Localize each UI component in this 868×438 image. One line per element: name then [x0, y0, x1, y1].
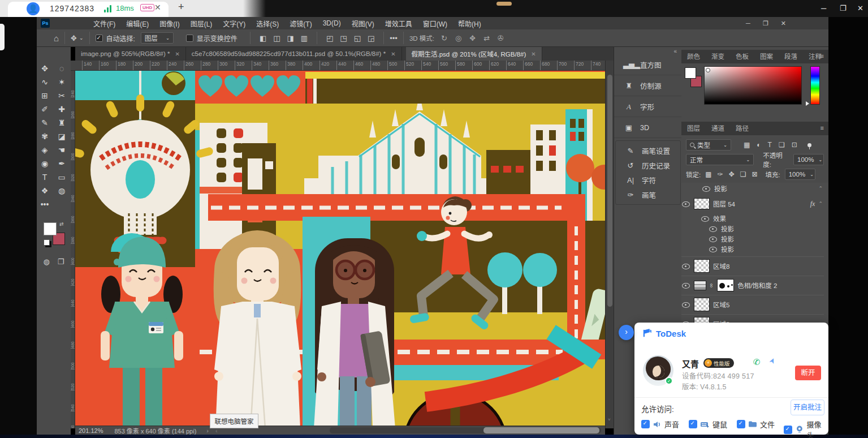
shape-tool[interactable]: ▭ — [54, 170, 70, 184]
align-icon[interactable]: ▥ — [301, 34, 308, 42]
panel-button-3d[interactable]: ▣ 3D — [614, 118, 682, 138]
tab-close-icon[interactable]: ✕ — [391, 51, 395, 57]
home-icon[interactable]: ⌂ — [54, 33, 59, 43]
3d-mode-icon[interactable]: ↻ — [441, 34, 447, 42]
panel-menu-icon[interactable]: ≡ — [821, 53, 824, 59]
menu-item[interactable]: 增效工具 — [385, 19, 412, 28]
brush-tool[interactable]: ✎ — [37, 116, 53, 130]
menu-item[interactable]: 图层(L) — [191, 19, 213, 28]
3d-mode-icon[interactable]: ✥ — [469, 34, 476, 42]
visibility-eye-icon[interactable] — [681, 300, 690, 308]
slice-tool[interactable]: ✂ — [54, 89, 70, 102]
todesk-collapse-tab[interactable]: › — [619, 325, 634, 340]
files-checkbox[interactable] — [737, 420, 745, 428]
align-icon[interactable]: ◧ — [260, 34, 266, 42]
panel-tab[interactable]: 渐变 — [706, 49, 730, 63]
layer-row[interactable]: 区域8 — [681, 257, 828, 274]
layer-row[interactable]: 图层 54 fx ⌃ — [681, 196, 828, 211]
layer-fx-badge[interactable]: fx — [810, 200, 815, 208]
canvas-artwork[interactable] — [75, 71, 605, 428]
visibility-eye-icon[interactable] — [709, 225, 718, 233]
document-tab[interactable]: c5e7c806589d59ad988225cd977d13b011.psd @… — [186, 47, 402, 61]
hue-slider[interactable] — [810, 66, 820, 105]
panel-tab[interactable]: 图案 — [754, 49, 779, 63]
gradient-tool[interactable]: ◈ — [37, 143, 53, 157]
menu-item[interactable]: 滤镜(T) — [290, 19, 312, 28]
chevron-down-icon[interactable]: ⌄ — [79, 35, 84, 41]
distribute-icon[interactable]: ◰ — [326, 34, 333, 42]
menu-item[interactable]: 选择(S) — [256, 19, 279, 28]
3d-mode-icon[interactable]: ◎ — [455, 34, 461, 42]
lock-icon[interactable]: ▩ — [705, 170, 711, 178]
eyedropper-tool[interactable]: ✐ — [37, 102, 53, 116]
menu-item[interactable]: 帮助(H) — [458, 19, 481, 28]
visibility-eye-icon[interactable] — [701, 214, 710, 222]
client-minimize-button[interactable]: ─ — [821, 4, 826, 12]
layer-thumbnail[interactable] — [694, 259, 710, 273]
3d-mode-icon[interactable]: ✇ — [498, 34, 504, 42]
layer-effects-header[interactable]: 效果 — [681, 213, 828, 224]
panel-tab[interactable]: 段落 — [779, 49, 803, 63]
menu-item[interactable]: 图像(I) — [159, 19, 179, 28]
horizontal-scrollbar[interactable] — [330, 427, 601, 433]
fill-value[interactable]: 100%⌄ — [785, 169, 815, 180]
menu-item[interactable]: 编辑(E) — [126, 19, 149, 28]
voice-call-icon[interactable]: ✆ — [753, 357, 761, 367]
panel-button-histogram[interactable]: ▃▅▂ 直方图 — [614, 55, 682, 75]
lock-icon[interactable]: ✥ — [729, 170, 735, 178]
drag-handle[interactable] — [496, 2, 512, 6]
permission-audio[interactable]: 声音 — [641, 419, 679, 430]
align-icon[interactable]: ◫ — [273, 34, 280, 42]
lock-icon[interactable]: ✑ — [718, 170, 723, 178]
document-tab-active[interactable]: 假期生活.psd @ 201% (区域4, RGB/8#)✕ — [406, 47, 542, 61]
tab-close-icon[interactable]: ✕ — [175, 51, 179, 57]
visibility-eye-icon[interactable] — [681, 262, 690, 270]
layer-effect-row[interactable]: 投影 — [681, 234, 828, 244]
marquee-tool[interactable]: ◌ — [54, 62, 70, 75]
hand-tool[interactable]: ❖ — [37, 184, 53, 197]
dodge-tool[interactable]: ◉ — [37, 157, 53, 170]
pen-tool[interactable]: ✒ — [54, 157, 70, 170]
collapse-effects-icon[interactable]: ⌃ — [818, 201, 823, 207]
foreground-color-swatch[interactable] — [685, 67, 696, 79]
panel-button-history[interactable]: ↺ 历史记录 — [616, 158, 684, 173]
color-panel-swatches[interactable] — [685, 67, 704, 90]
new-session-button[interactable]: + — [178, 1, 184, 13]
disconnect-button[interactable]: 断开 — [795, 366, 821, 380]
layer-mask-thumbnail[interactable] — [717, 279, 734, 291]
lock-icon[interactable]: ❏ — [740, 170, 746, 178]
panel-button-brushes[interactable]: ✑ 画笔 — [616, 187, 684, 202]
layer-filter-icon[interactable]: ❏ — [779, 141, 785, 149]
ps-restore-button[interactable]: ❐ — [763, 20, 768, 27]
auto-select-target-dropdown[interactable]: 图层⌄ — [141, 32, 174, 44]
align-icon[interactable]: ◨ — [287, 34, 293, 42]
auto-select-checkbox[interactable] — [96, 35, 103, 42]
panel-menu-icon[interactable]: ≡ — [821, 124, 824, 131]
eraser-tool[interactable]: ◪ — [54, 130, 70, 143]
type-tool[interactable]: T — [37, 170, 53, 184]
layer-effect-row[interactable]: 投影 — [681, 224, 828, 234]
vertical-scrollbar-thumb[interactable] — [607, 75, 612, 307]
panel-tab[interactable]: 颜色 — [681, 49, 706, 63]
menu-item[interactable]: 文件(F) — [93, 19, 115, 28]
client-close-button[interactable]: ✕ — [857, 4, 863, 12]
panel-tab[interactable]: 图层 — [681, 121, 706, 135]
visibility-eye-icon[interactable] — [709, 235, 718, 243]
horizontal-scrollbar-thumb[interactable] — [483, 427, 599, 433]
default-colors-icon[interactable] — [44, 239, 50, 246]
crop-tool[interactable]: ⊞ — [37, 89, 53, 102]
status-next-icon[interactable]: › — [206, 427, 209, 434]
more-tools[interactable]: ••• — [37, 197, 53, 211]
clone-stamp-tool[interactable]: ♜ — [54, 116, 70, 130]
lock-icon[interactable]: ⊠ — [752, 170, 757, 178]
collapse-dock-icon[interactable]: « — [673, 48, 677, 54]
visibility-eye-icon[interactable] — [702, 184, 711, 192]
layer-thumbnail[interactable] — [694, 198, 710, 209]
layer-effect-row[interactable]: 投影 ⌃ — [681, 184, 828, 193]
3d-mode-icon[interactable]: ⇄ — [483, 34, 490, 42]
blend-mode-dropdown[interactable]: 正常⌄ — [686, 154, 754, 165]
panel-button-glyphs[interactable]: A 字形 — [614, 97, 682, 117]
layer-effect-row[interactable]: 投影 — [681, 244, 828, 254]
menu-item[interactable]: 视图(V) — [352, 19, 374, 28]
layer-filter-icon[interactable]: ⊡ — [792, 141, 797, 149]
